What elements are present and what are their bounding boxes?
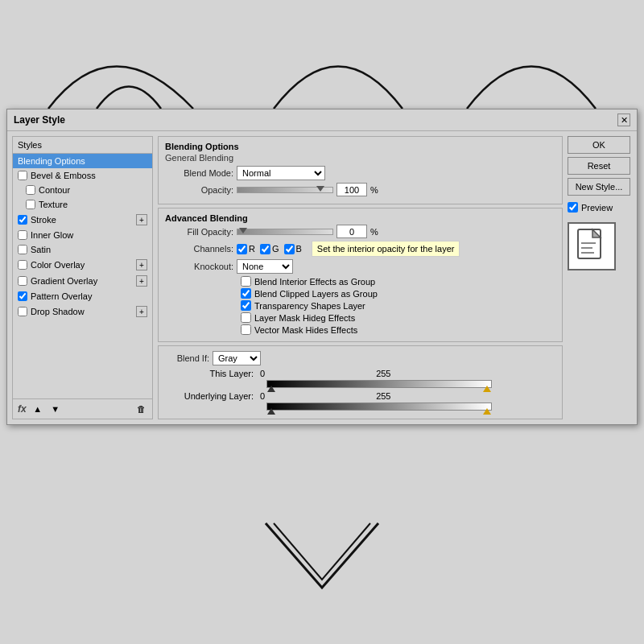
move-up-button[interactable]: ▲ xyxy=(31,402,44,415)
blend-clipped-checkbox[interactable] xyxy=(241,288,251,299)
this-layer-thumb-left[interactable] xyxy=(267,386,275,392)
layer-mask-label: Layer Mask Hideg Effects xyxy=(254,313,355,323)
underlying-thumb-left[interactable] xyxy=(267,408,275,415)
preview-svg xyxy=(572,226,612,266)
blend-if-row: Blend If: Gray xyxy=(165,351,555,365)
sidebar-item-drop-shadow[interactable]: Drop Shadow + xyxy=(13,303,152,320)
opacity-unit: % xyxy=(370,185,378,195)
this-layer-thumb-right[interactable] xyxy=(483,386,491,392)
opacity-slider[interactable] xyxy=(237,187,333,193)
action-buttons-panel: OK Reset New Style... Preview xyxy=(568,136,632,419)
dialog-body: Styles Blending Options Bevel & Emboss C… xyxy=(7,131,637,424)
sidebar-item-gradient-overlay[interactable]: Gradient Overlay + xyxy=(13,273,152,289)
advanced-checkboxes: Blend Interior Effects as Group Blend Cl… xyxy=(241,276,555,335)
sidebar-item-satin[interactable]: Satin xyxy=(13,242,152,257)
reset-button[interactable]: Reset xyxy=(568,157,630,175)
sidebar-item-inner-glow[interactable]: Inner Glow xyxy=(13,228,152,242)
pattern-overlay-checkbox[interactable] xyxy=(18,291,27,301)
styles-header: Styles xyxy=(13,137,152,154)
sidebar-item-color-overlay[interactable]: Color Overlay + xyxy=(13,257,152,273)
this-layer-slider[interactable] xyxy=(266,380,492,388)
ok-button[interactable]: OK xyxy=(568,136,630,154)
sidebar-item-texture[interactable]: Texture xyxy=(13,197,152,212)
delete-button[interactable]: 🗑 xyxy=(134,402,147,415)
sidebar-item-pattern-overlay[interactable]: Pattern Overlay xyxy=(13,289,152,303)
preview-checkbox[interactable] xyxy=(568,202,578,213)
this-layer-label-row: This Layer: 0 255 xyxy=(165,369,555,378)
color-overlay-plus-button[interactable]: + xyxy=(136,259,147,270)
dialog-titlebar: Layer Style ✕ xyxy=(7,109,637,131)
channel-r-label: R xyxy=(249,244,255,254)
satin-checkbox[interactable] xyxy=(18,245,27,254)
opacity-label: Opacity: xyxy=(165,185,233,195)
blend-interior-row: Blend Interior Effects as Group xyxy=(241,276,555,287)
channel-b-checkbox[interactable] xyxy=(284,244,295,254)
blend-mode-select[interactable]: Normal xyxy=(237,166,325,180)
stroke-plus-button[interactable]: + xyxy=(136,214,147,225)
sidebar-item-stroke[interactable]: Stroke + xyxy=(13,212,152,228)
fill-opacity-row: Fill Opacity: % xyxy=(165,225,555,238)
fill-opacity-label: Fill Opacity: xyxy=(165,227,233,237)
knockout-select[interactable]: None xyxy=(237,259,293,274)
blend-mode-label: Blend Mode: xyxy=(165,168,233,178)
fill-opacity-unit: % xyxy=(370,227,378,237)
drop-shadow-plus-button[interactable]: + xyxy=(136,306,147,317)
underlying-layer-label: Underlying Layer: xyxy=(165,391,254,401)
underlying-max: 255 xyxy=(376,391,390,401)
advanced-blending-section: Advanced Blending Fill Opacity: % xyxy=(158,208,563,342)
drop-shadow-label: Drop Shadow xyxy=(31,307,85,316)
fx-label: fx xyxy=(18,403,27,415)
preview-label: Preview xyxy=(581,203,613,213)
texture-checkbox[interactable] xyxy=(26,200,35,209)
drop-shadow-checkbox[interactable] xyxy=(18,307,27,316)
close-button[interactable]: ✕ xyxy=(617,114,630,126)
fill-opacity-input[interactable] xyxy=(336,225,367,238)
general-blending-subtitle: General Blending xyxy=(165,153,555,163)
new-style-button[interactable]: New Style... xyxy=(568,178,630,196)
fill-opacity-tooltip: Set the interior opacity for the layer xyxy=(312,241,460,257)
gradient-overlay-plus-button[interactable]: + xyxy=(136,275,147,287)
sidebar-item-contour[interactable]: Contour xyxy=(13,183,152,197)
layer-items-list: Blending Options Bevel & Emboss Contour … xyxy=(13,154,152,398)
blend-mode-row: Blend Mode: Normal xyxy=(165,166,555,180)
svg-rect-1 xyxy=(581,242,596,244)
dialog-title: Layer Style xyxy=(14,114,65,126)
underlying-thumb-right[interactable] xyxy=(483,408,491,415)
bevel-emboss-label: Bevel & Emboss xyxy=(31,171,96,180)
contour-checkbox[interactable] xyxy=(26,185,35,195)
blend-if-select[interactable]: Gray xyxy=(213,351,261,365)
blending-options-label: Blending Options xyxy=(18,156,85,166)
stroke-checkbox[interactable] xyxy=(18,215,27,225)
move-down-button[interactable]: ▼ xyxy=(49,402,62,415)
channel-g-checkbox[interactable] xyxy=(260,244,270,254)
texture-label: Texture xyxy=(39,200,68,209)
pattern-overlay-label: Pattern Overlay xyxy=(31,291,92,301)
channel-g: G xyxy=(260,244,279,254)
advanced-blending-title: Advanced Blending xyxy=(165,213,555,223)
general-blending-section: Blending Options General Blending Blend … xyxy=(158,136,563,204)
bevel-emboss-checkbox[interactable] xyxy=(18,171,27,180)
channel-r-checkbox[interactable] xyxy=(237,244,247,254)
blend-interior-checkbox[interactable] xyxy=(241,276,251,287)
vector-mask-checkbox[interactable] xyxy=(241,324,251,335)
color-overlay-checkbox[interactable] xyxy=(18,260,27,270)
fill-opacity-slider[interactable] xyxy=(237,229,333,235)
sidebar-item-blending-options[interactable]: Blending Options xyxy=(13,154,152,168)
channel-b: B xyxy=(284,244,302,254)
channels-row: Channels: R G xyxy=(165,241,555,257)
gradient-overlay-checkbox[interactable] xyxy=(18,276,27,286)
opacity-input[interactable] xyxy=(336,183,367,196)
transparency-shapes-checkbox[interactable] xyxy=(241,300,251,311)
underlying-layer-slider[interactable] xyxy=(266,402,492,411)
this-layer-label: This Layer: xyxy=(165,369,254,378)
sidebar-item-bevel-emboss[interactable]: Bevel & Emboss xyxy=(13,168,152,183)
opacity-row: Opacity: % xyxy=(165,183,555,196)
left-panel: Styles Blending Options Bevel & Emboss C… xyxy=(12,136,153,419)
layer-mask-checkbox[interactable] xyxy=(241,312,251,323)
color-overlay-label: Color Overlay xyxy=(31,260,85,270)
channel-g-label: G xyxy=(272,244,279,254)
preview-row: Preview xyxy=(568,202,632,213)
inner-glow-checkbox[interactable] xyxy=(18,230,27,240)
blending-options-title: Blending Options xyxy=(165,142,555,151)
satin-label: Satin xyxy=(31,245,51,254)
